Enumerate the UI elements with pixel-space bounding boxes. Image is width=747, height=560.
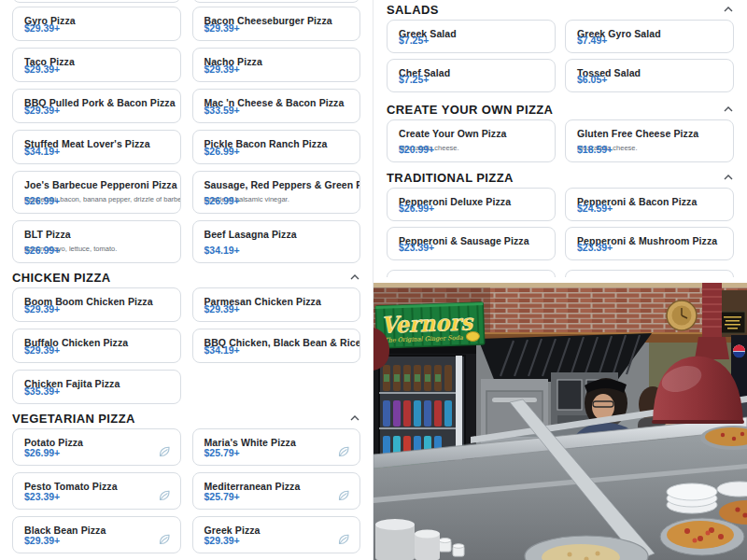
vegetarian-leaf-icon [157,444,172,459]
menu-item-card[interactable]: Beef Lasagna Pizza$34.19+ [192,220,361,263]
vegetarian-leaf-icon [336,488,351,503]
section-title: TRADITIONAL PIZZA [387,171,514,185]
item-price: $34.19+ [204,245,240,256]
item-price: $29.39+ [204,63,240,75]
item-price: $7.25+ [399,35,429,46]
menu-item-card[interactable]: Sausage, Red Peppers & Green Peppers Piz… [192,171,361,214]
item-name: Gluten Free Cheese Pizza [577,128,722,139]
menu-item-card[interactable]: Gyro Pizza$29.39+ [12,7,181,41]
section-title: VEGETARIAN PIZZA [12,412,135,426]
item-price: $29.39+ [24,535,60,546]
menu-item-card[interactable]: Boom Boom Chicken Pizza$29.39+ [12,287,181,322]
chevron-up-icon[interactable] [723,105,734,114]
vegetarian-leaf-icon [336,444,351,459]
item-price: $26.99+ [24,245,60,256]
menu-item-card[interactable]: Tossed Salad$6.05+ [565,59,734,92]
section-header-traditional[interactable]: TRADITIONAL PIZZA [387,170,734,185]
menu-item-card[interactable]: Joe's Barbecue Pepperoni PizzaPepperoni,… [12,171,181,214]
menu-item-card[interactable]: Greek Pizza$29.39+ [192,516,361,553]
restaurant-photo: Vernors Vernors The Original Ginger Soda [374,283,747,560]
item-price: $29.39+ [24,105,60,116]
item-price: $29.39+ [24,344,60,356]
item-price: $6.05+ [577,74,607,85]
menu-item-card[interactable] [387,270,556,277]
menu-item-card[interactable]: Greek Salad$7.25+ [387,20,556,53]
item-name: BLT Pizza [24,229,169,240]
cutoff-card-row-top [12,0,360,4]
menu-item-card[interactable]: Nacho Pizza$29.39+ [192,48,361,82]
item-price: $33.59+ [204,105,240,116]
item-price: $7.49+ [577,35,607,46]
menu-item-card[interactable]: Bacon Cheeseburger Pizza$29.39+ [192,7,361,41]
section-header-chicken-pizza[interactable]: CHICKEN PIZZA [12,270,360,285]
menu-item-card[interactable]: BLT PizzaBacon, mayo, lettuce, tomato.$2… [12,220,181,263]
chevron-up-icon[interactable] [349,413,360,423]
item-price: $29.39+ [204,535,240,546]
menu-item-card[interactable]: Pepperoni & Sausage Pizza$23.39+ [387,227,556,260]
section-title: CREATE YOUR OWN PIZZA [387,103,553,117]
item-price: $25.79+ [204,491,240,502]
item-price: $18.59+ [577,144,613,155]
section-header-vegetarian-pizza[interactable]: VEGETARIAN PIZZA [12,411,360,426]
item-price: $34.19+ [204,344,240,356]
item-price: $23.39+ [399,242,434,253]
menu-item-card[interactable]: Parmesan Chicken Pizza$29.39+ [192,287,361,322]
item-name: Joe's Barbecue Pepperoni Pizza [24,179,169,190]
menu-item-card[interactable]: Mac 'n Cheese & Bacon Pizza$33.59+ [192,89,361,123]
pizza-tray-right [660,518,744,555]
restaurant-photo-illustration: Vernors Vernors The Original Ginger Soda [374,283,747,560]
menu-item-card[interactable]: Mediterranean Pizza$25.79+ [192,472,361,510]
item-price: $29.39+ [24,63,60,75]
menu-item-card[interactable]: Pepperoni & Mushroom Pizza$23.39+ [565,227,734,260]
menu-item-card[interactable]: Pepperoni & Bacon Pizza$24.59+ [565,188,734,221]
item-price: $23.39+ [24,491,60,502]
chevron-up-icon[interactable] [723,173,734,182]
menu-item-card[interactable]: Maria's White Pizza$25.79+ [192,428,361,466]
menu-item-card[interactable]: Chicken Fajita Pizza$35.39+ [12,370,181,404]
item-price: $35.39+ [24,385,60,397]
vegetarian-leaf-icon [157,532,172,547]
item-price: $29.39+ [204,22,240,34]
chevron-up-icon[interactable] [723,5,734,14]
wall-sign [720,312,745,333]
section-header-create-your-own[interactable]: CREATE YOUR OWN PIZZA [387,102,734,117]
menu-item-card[interactable]: Stuffed Meat Lover's Pizza$34.19+ [12,130,181,164]
menu-item-card[interactable]: Taco Pizza$29.39+ [12,48,181,82]
menu-item-card[interactable]: Pickle Bacon Ranch Pizza$26.99+ [192,130,361,164]
item-price: $29.39+ [24,303,60,315]
menu-item-card[interactable]: Pesto Tomato Pizza$23.39+ [12,472,181,510]
vegetarian-leaf-icon [157,488,172,503]
menu-item-card[interactable]: Pepperoni Deluxe Pizza$26.99+ [387,188,556,221]
pizza-clock [667,301,697,330]
item-price: $20.99+ [399,144,434,155]
menu-item-card[interactable]: BBQ Chicken, Black Bean & Rice Pizza$34.… [192,329,361,363]
menu-item-card[interactable]: Greek Gyro Salad$7.49+ [565,20,734,53]
section-title: SALADS [387,3,439,17]
section-title: CHICKEN PIZZA [12,271,111,285]
item-price: $26.99+ [204,146,240,157]
item-price: $25.79+ [204,447,240,458]
section-header-salads[interactable]: SALADS [387,2,734,17]
item-price: $29.39+ [204,303,240,315]
menu-item-card[interactable]: Black Bean Pizza$29.39+ [12,516,181,553]
menu-item-card[interactable]: Buffalo Chicken Pizza$29.39+ [12,329,181,363]
menu-item-card[interactable]: Chef Salad$7.25+ [387,59,556,92]
vegetarian-leaf-icon [336,532,351,547]
item-name: Sausage, Red Peppers & Green Peppers Piz… [204,179,349,190]
item-price: $34.19+ [24,146,60,157]
menu-item-card[interactable] [565,270,734,277]
item-price: $26.99+ [24,447,60,458]
menu-item-card[interactable]: Gluten Free Cheese PizzaMozzarella chees… [565,119,734,162]
item-name: Beef Lasagna Pizza [204,229,349,240]
menu-item-card[interactable]: Potato Pizza$26.99+ [12,428,181,466]
menu-item-card[interactable]: Create Your Own PizzaMozzarella cheese.$… [387,119,556,162]
item-price: $24.59+ [577,203,613,214]
vernors-sign: Vernors The Original Ginger Soda [375,302,485,348]
cutoff-card-row [387,270,734,277]
menu-item-card[interactable] [192,0,361,3]
menu-item-card[interactable]: BBQ Pulled Pork & Bacon Pizza$29.39+ [12,89,181,123]
menu-item-card[interactable] [12,0,181,3]
chevron-up-icon[interactable] [349,273,360,282]
item-price: $26.99+ [24,195,60,206]
item-price: $26.99+ [399,203,434,214]
